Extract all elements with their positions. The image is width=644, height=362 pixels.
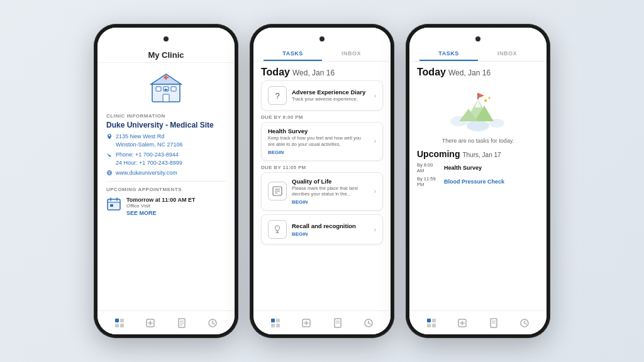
nav-grid-3[interactable] xyxy=(425,317,438,329)
divider-1 xyxy=(106,181,226,182)
address-row: 2135 New West Rd Winston-Salem, NC 27106 xyxy=(106,133,226,148)
svg-point-61 xyxy=(489,97,491,99)
svg-rect-41 xyxy=(276,324,280,327)
task-arrow-2: › xyxy=(374,138,376,145)
clinic-info-label: CLINIC INFORMATION xyxy=(106,113,226,119)
task-title-2: Health Survey xyxy=(268,128,369,134)
nav-book-1[interactable] xyxy=(175,317,188,329)
svg-rect-9 xyxy=(165,89,167,92)
svg-rect-64 xyxy=(432,319,436,322)
camera-dot-2 xyxy=(319,36,325,41)
nav-clock-1[interactable] xyxy=(206,317,219,329)
task-card-4[interactable]: Recall and recognition BEGIN › xyxy=(261,214,383,244)
svg-rect-63 xyxy=(427,319,431,322)
globe-icon xyxy=(106,170,113,176)
svg-rect-21 xyxy=(120,324,124,327)
tasks-tabs-3: TASKS INBOX xyxy=(409,45,547,62)
scene: My Clinic xyxy=(0,0,644,362)
upcoming-item-1: By 8:00 AM Health Survey xyxy=(417,162,539,173)
appointment-row: Tomorrow at 11:00 AM ET Office Visit SEE… xyxy=(106,194,226,219)
svg-rect-20 xyxy=(115,324,119,327)
svg-rect-19 xyxy=(120,319,124,322)
task-card-1[interactable]: ? Adverse Experience Diary Track your ad… xyxy=(261,80,383,111)
task-content-1: Adverse Experience Diary Track your adve… xyxy=(292,89,369,102)
svg-line-31 xyxy=(213,323,214,324)
task-title-1: Adverse Experience Diary xyxy=(292,89,369,96)
upcoming-date: Thurs, Jan 17 xyxy=(462,151,501,158)
svg-point-53 xyxy=(467,120,489,131)
phone-1: My Clinic xyxy=(94,24,238,338)
phone-2: TASKS INBOX Today Wed, Jan 16 ? Adver xyxy=(250,24,394,338)
bottom-nav-3 xyxy=(409,310,547,334)
nav-book-2[interactable] xyxy=(331,317,344,329)
tasks-tabs-2: TASKS INBOX xyxy=(253,45,391,62)
svg-rect-3 xyxy=(165,75,167,80)
svg-point-60 xyxy=(484,99,487,102)
upcoming-label: Upcoming xyxy=(417,149,460,159)
tab-inbox-2[interactable]: INBOX xyxy=(322,45,380,61)
clinic-illustration xyxy=(106,68,226,108)
phone-text: Phone: +1 700-243-8944 24 Hour: +1 700-2… xyxy=(116,151,182,167)
clinic-name: Duke University - Medical Site xyxy=(106,121,226,129)
see-more-link[interactable]: SEE MORE xyxy=(126,210,196,216)
website-text[interactable]: www.dukeuniversity.com xyxy=(116,169,177,177)
task-begin-4[interactable]: BEGIN xyxy=(292,231,369,237)
camera-dot-1 xyxy=(164,36,169,41)
svg-line-50 xyxy=(369,323,370,324)
svg-line-75 xyxy=(525,323,526,324)
svg-rect-6 xyxy=(171,87,176,91)
task-desc-2: Keep track of how you feel and how well … xyxy=(268,135,369,148)
due-label-1: DUE BY 8:00 PM xyxy=(261,114,383,120)
no-tasks-text: There are no tasks for today. xyxy=(417,138,539,144)
task-content-2: Health Survey Keep track of how you feel… xyxy=(268,128,369,155)
task-title-3: Quality of Life xyxy=(292,178,369,185)
nav-grid-1[interactable] xyxy=(113,317,126,329)
task-content-4: Recall and recognition BEGIN xyxy=(292,222,369,237)
svg-rect-18 xyxy=(115,319,119,322)
tasks-body-3: Today Wed, Jan 16 xyxy=(409,62,547,310)
task-icon-1: ? xyxy=(268,86,287,105)
svg-rect-65 xyxy=(427,324,431,327)
svg-rect-66 xyxy=(432,324,436,327)
appointments-label: UPCOMING APPOINTMENTS xyxy=(106,187,226,192)
task-card-3[interactable]: Quality of Life Please mark the place th… xyxy=(261,172,383,211)
nav-plus-1[interactable] xyxy=(144,317,157,329)
svg-marker-59 xyxy=(478,93,484,98)
bottom-nav-2 xyxy=(253,310,391,334)
appointment-text: Tomorrow at 11:00 AM ET Office Visit SEE… xyxy=(126,197,196,216)
tab-tasks-2[interactable]: TASKS xyxy=(264,45,322,61)
task-icon-3 xyxy=(268,182,287,200)
nav-clock-2[interactable] xyxy=(362,317,375,329)
svg-rect-13 xyxy=(108,199,120,210)
task-begin-3[interactable]: BEGIN xyxy=(292,199,369,205)
nav-plus-2[interactable] xyxy=(300,317,313,329)
task-title-4: Recall and recognition xyxy=(292,222,369,229)
today-label-3: Today xyxy=(417,67,446,78)
camera-dot-3 xyxy=(475,36,480,41)
phone-icon xyxy=(106,151,113,158)
task-card-2[interactable]: Health Survey Keep track of how you feel… xyxy=(261,122,383,161)
nav-grid-2[interactable] xyxy=(269,317,282,329)
nav-clock-3[interactable] xyxy=(518,317,531,329)
website-row: www.dukeuniversity.com xyxy=(106,169,226,177)
today-header-2: Today Wed, Jan 16 xyxy=(261,62,383,80)
tasks-body-2: Today Wed, Jan 16 ? Adverse Experience D… xyxy=(253,62,391,310)
task-arrow-1: › xyxy=(374,92,376,99)
address-text: 2135 New West Rd Winston-Salem, NC 27106 xyxy=(116,133,183,148)
upcoming-header: Upcoming Thurs, Jan 17 xyxy=(417,149,539,159)
upcoming-task-2: Blood Pressure Check xyxy=(444,178,504,185)
upcoming-task-1: Health Survey xyxy=(444,165,482,171)
phone-row: Phone: +1 700-243-8944 24 Hour: +1 700-2… xyxy=(106,151,226,167)
tab-tasks-3[interactable]: TASKS xyxy=(419,45,478,61)
today-date-2: Wed, Jan 16 xyxy=(292,69,335,77)
nav-book-3[interactable] xyxy=(487,317,500,329)
nav-plus-3[interactable] xyxy=(456,317,469,329)
task-desc-1: Track your adverse experience. xyxy=(292,96,369,102)
task-begin-2[interactable]: BEGIN xyxy=(268,150,369,155)
clinic-body: CLINIC INFORMATION Duke University - Med… xyxy=(97,63,235,310)
tab-inbox-3[interactable]: INBOX xyxy=(478,45,536,61)
svg-rect-38 xyxy=(271,319,275,322)
svg-rect-40 xyxy=(271,324,275,327)
task-desc-3: Please mark the place that best decribes… xyxy=(292,185,369,198)
upcoming-item-2: By 11:59 PM Blood Pressure Check xyxy=(417,176,539,187)
